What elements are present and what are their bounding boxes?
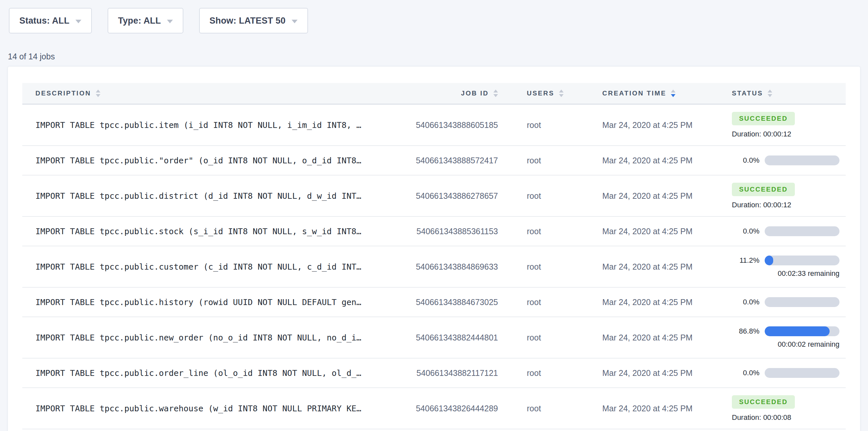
progress-bar — [765, 255, 839, 265]
table-row[interactable]: IMPORT TABLE tpcc.public.warehouse (w_id… — [22, 388, 846, 429]
job-description: IMPORT TABLE tpcc.public."order" (o_id I… — [22, 156, 370, 165]
table-row[interactable]: IMPORT TABLE tpcc.public.stock (s_i_id I… — [22, 217, 846, 246]
table-row[interactable]: IMPORT TABLE tpcc.public.history (rowid … — [22, 288, 846, 317]
job-description: IMPORT TABLE tpcc.public.new_order (no_o… — [22, 333, 370, 342]
status-badge-succeeded: SUCCEEDED — [732, 112, 795, 125]
job-description: IMPORT TABLE tpcc.public.customer (c_id … — [22, 262, 370, 272]
table-row[interactable]: IMPORT TABLE tpcc.public.item (i_id INT8… — [22, 105, 846, 146]
sort-desc-icon — [96, 94, 100, 97]
chevron-down-icon — [167, 20, 173, 23]
job-user: root — [518, 298, 593, 307]
sort-arrows-icon — [96, 90, 100, 97]
column-header-users[interactable]: USERS — [518, 90, 593, 97]
job-creation-time: Mar 24, 2020 at 4:25 PM — [593, 298, 719, 307]
job-user: root — [518, 368, 593, 378]
progress-percent: 86.8% — [732, 327, 760, 336]
sort-desc-icon — [768, 94, 772, 97]
column-header-creation-time[interactable]: CREATION TIME — [593, 90, 719, 97]
progress-bar — [765, 226, 839, 236]
job-user: root — [518, 404, 593, 413]
sort-desc-icon — [671, 94, 676, 97]
job-status-cell: 0.0% — [719, 368, 846, 378]
table-row[interactable]: IMPORT TABLE tpcc.public.new_order (no_o… — [22, 317, 846, 359]
job-duration: Duration: 00:00:12 — [732, 201, 846, 209]
table-header-row: DESCRIPTION JOB ID USERS CREATION TIME — [22, 83, 846, 105]
table-row[interactable]: IMPORT TABLE tpcc.public.district (d_id … — [22, 176, 846, 217]
job-progress: 0.0% — [732, 368, 846, 378]
job-progress: 0.0% — [732, 155, 846, 165]
job-duration: Duration: 00:00:08 — [732, 413, 846, 422]
job-id: 540661343882444801 — [370, 333, 518, 342]
status-badge-succeeded: SUCCEEDED — [732, 395, 795, 409]
progress-percent: 0.0% — [732, 156, 760, 165]
progress-bar — [765, 297, 839, 307]
show-filter-dropdown[interactable]: Show: LATEST 50 — [199, 8, 308, 33]
job-user: root — [518, 120, 593, 130]
show-filter-label: Show: LATEST 50 — [210, 16, 286, 26]
status-badge-succeeded: SUCCEEDED — [732, 183, 795, 196]
job-description: IMPORT TABLE tpcc.public.warehouse (w_id… — [22, 404, 370, 413]
status-filter-label: Status: ALL — [19, 16, 69, 26]
job-user: root — [518, 227, 593, 236]
job-status-cell: SUCCEEDEDDuration: 00:00:08 — [719, 395, 846, 422]
job-duration: Duration: 00:00:12 — [732, 130, 846, 138]
job-status-cell: SUCCEEDEDDuration: 00:00:12 — [719, 183, 846, 209]
job-id: 540661343882117121 — [370, 368, 518, 378]
column-header-status[interactable]: STATUS — [719, 90, 846, 97]
job-creation-time: Mar 24, 2020 at 4:25 PM — [593, 156, 719, 165]
chevron-down-icon — [291, 20, 298, 23]
progress-bar-fill — [765, 255, 773, 265]
job-id: 540661343888572417 — [370, 156, 518, 165]
chevron-down-icon — [75, 20, 81, 23]
job-id: 540661343886278657 — [370, 191, 518, 201]
table-row[interactable]: IMPORT TABLE tpcc.public."order" (o_id I… — [22, 146, 846, 176]
job-creation-time: Mar 24, 2020 at 4:25 PM — [593, 333, 719, 342]
job-progress: 0.0% — [732, 297, 846, 307]
sort-asc-icon — [671, 90, 676, 92]
job-status-cell: 86.8%00:00:02 remaining — [719, 326, 846, 349]
progress-percent: 0.0% — [732, 369, 760, 377]
job-user: root — [518, 156, 593, 165]
column-header-description[interactable]: DESCRIPTION — [22, 90, 370, 97]
sort-asc-icon — [96, 90, 100, 92]
sort-desc-icon — [493, 94, 498, 97]
job-user: root — [518, 333, 593, 342]
jobs-filter-toolbar: Status: ALL Type: ALL Show: LATEST 50 — [0, 0, 868, 33]
job-description: IMPORT TABLE tpcc.public.stock (s_i_id I… — [22, 227, 370, 236]
job-status-cell: 0.0% — [719, 297, 846, 307]
table-row[interactable]: IMPORT TABLE tpcc.public.order_line (ol_… — [22, 359, 846, 388]
table-row[interactable]: IMPORT TABLE tpcc.public.customer (c_id … — [22, 246, 846, 288]
job-user: root — [518, 262, 593, 272]
progress-percent: 0.0% — [732, 298, 760, 306]
progress-percent: 0.0% — [732, 227, 760, 236]
sort-arrows-icon — [559, 90, 564, 97]
job-progress: 0.0% — [732, 226, 846, 236]
time-remaining: 00:02:33 remaining — [732, 269, 839, 278]
progress-percent: 11.2% — [732, 256, 760, 265]
job-progress: 11.2% — [732, 255, 846, 265]
column-header-job-id[interactable]: JOB ID — [370, 90, 518, 97]
job-id: 540661343884869633 — [370, 262, 518, 272]
job-description: IMPORT TABLE tpcc.public.district (d_id … — [22, 191, 370, 201]
job-user: root — [518, 191, 593, 201]
sort-asc-icon — [559, 90, 564, 92]
type-filter-label: Type: ALL — [118, 16, 161, 26]
job-description: IMPORT TABLE tpcc.public.history (rowid … — [22, 298, 370, 307]
job-creation-time: Mar 24, 2020 at 4:25 PM — [593, 368, 719, 378]
type-filter-dropdown[interactable]: Type: ALL — [107, 8, 183, 33]
job-id: 540661343826444289 — [370, 404, 518, 413]
job-progress: 86.8% — [732, 326, 846, 336]
job-id: 540661343884673025 — [370, 298, 518, 307]
progress-bar — [765, 155, 839, 165]
status-filter-dropdown[interactable]: Status: ALL — [9, 8, 92, 33]
job-creation-time: Mar 24, 2020 at 4:25 PM — [593, 191, 719, 201]
job-creation-time: Mar 24, 2020 at 4:25 PM — [593, 404, 719, 413]
sort-asc-icon — [768, 90, 772, 92]
job-status-cell: 0.0% — [719, 155, 846, 165]
time-remaining: 00:00:02 remaining — [732, 340, 839, 349]
sort-arrows-icon — [671, 90, 676, 97]
job-creation-time: Mar 24, 2020 at 4:25 PM — [593, 227, 719, 236]
jobs-table-panel: DESCRIPTION JOB ID USERS CREATION TIME — [8, 67, 860, 431]
job-id: 540661343888605185 — [370, 120, 518, 130]
sort-arrows-icon — [493, 90, 498, 97]
